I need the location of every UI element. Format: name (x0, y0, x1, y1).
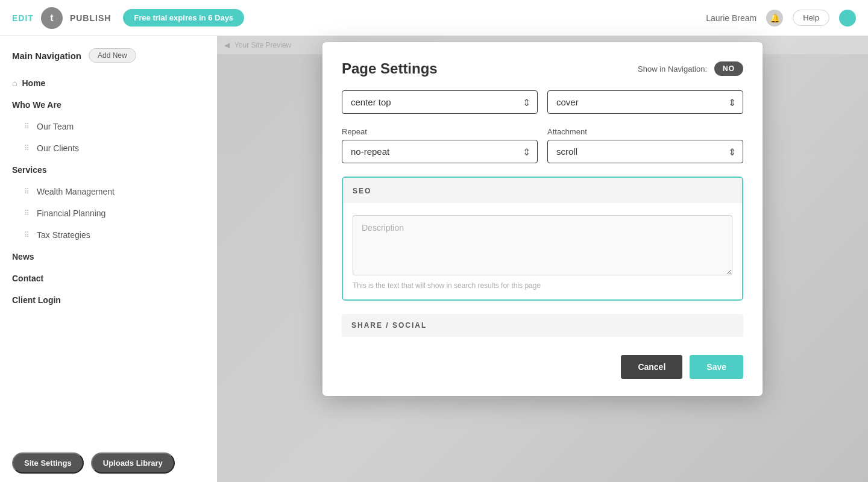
nav-label-services: Services (12, 165, 47, 175)
nav-label-news: News (12, 252, 34, 261)
seo-section: SEO This is the text that will show in s… (342, 177, 743, 301)
sidebar-item-our-team[interactable]: ⠿ Our Team (0, 116, 217, 137)
size-select[interactable]: cover contain auto (547, 90, 743, 114)
seo-section-header: SEO (343, 178, 742, 203)
notification-icon[interactable]: 🔔 (766, 10, 783, 27)
home-icon: ⌂ (12, 78, 17, 88)
nav-label-who-we-are: Who We Are (12, 100, 61, 110)
repeat-attachment-row: Repeat no-repeat repeat repeat-x repeat-… (342, 127, 743, 163)
nav-label-client-login: Client Login (12, 295, 61, 305)
sidebar-item-tax-strategies[interactable]: ⠿ Tax Strategies (0, 224, 217, 246)
drag-handle-icon: ⠿ (24, 209, 30, 218)
sidebar-item-who-we-are[interactable]: Who We Are (0, 94, 217, 116)
attachment-select[interactable]: scroll fixed (547, 140, 743, 163)
nav-label-our-team: Our Team (37, 122, 74, 131)
help-button[interactable]: Help (793, 10, 829, 26)
position-select-wrap: center top center center center bottom l… (342, 90, 538, 114)
sidebar-item-news[interactable]: News (0, 246, 217, 268)
drag-handle-icon: ⠿ (24, 231, 30, 239)
user-name: Laurie Bream (706, 13, 756, 23)
show-in-nav-toggle[interactable]: NO (714, 61, 743, 76)
drag-handle-icon: ⠿ (24, 144, 30, 152)
uploads-library-button[interactable]: Uploads Library (91, 452, 175, 474)
sidebar-item-our-clients[interactable]: ⠿ Our Clients (0, 137, 217, 159)
seo-section-body: This is the text that will show in searc… (343, 203, 742, 299)
share-social-label: SHARE / SOCIAL (342, 314, 743, 337)
share-social-section: SHARE / SOCIAL (342, 314, 743, 337)
cancel-button[interactable]: Cancel (621, 355, 682, 379)
save-button[interactable]: Save (690, 355, 743, 379)
nav-label-home: Home (22, 78, 45, 88)
repeat-select[interactable]: no-repeat repeat repeat-x repeat-y (342, 140, 538, 163)
repeat-label: Repeat (342, 127, 538, 136)
repeat-group: Repeat no-repeat repeat repeat-x repeat-… (342, 127, 538, 163)
sidebar-item-home[interactable]: ⌂ Home (0, 72, 217, 94)
main-navigation-title: Main Navigation (12, 51, 81, 61)
show-in-navigation-row: Show in Navigation: NO (638, 61, 743, 76)
modal-footer: Cancel Save (342, 355, 743, 379)
nav-label-contact: Contact (12, 274, 43, 283)
position-size-row: center top center center center bottom l… (342, 90, 743, 114)
page-settings-modal: Page Settings Show in Navigation: NO cen… (322, 42, 763, 396)
sidebar-bottom: Site Settings Uploads Library (0, 444, 217, 482)
sidebar-header: Main Navigation Add New (0, 48, 217, 72)
sidebar-item-financial-planning[interactable]: ⠿ Financial Planning (0, 202, 217, 224)
nav-label-our-clients: Our Clients (37, 143, 79, 153)
add-new-button[interactable]: Add New (89, 48, 136, 63)
top-bar: EDIT t PUBLISH Free trial expires in 6 D… (0, 0, 868, 36)
seo-description-textarea[interactable] (353, 215, 732, 275)
trial-banner: Free trial expires in 6 Days (123, 9, 244, 27)
show-in-nav-label: Show in Navigation: (638, 64, 707, 74)
nav-label-wealth-management: Wealth Management (37, 187, 115, 196)
top-bar-right: Laurie Bream 🔔 Help (706, 10, 856, 27)
drag-handle-icon: ⠿ (24, 122, 30, 131)
drag-handle-icon: ⠿ (24, 187, 30, 196)
nav-label-tax-strategies: Tax Strategies (37, 230, 90, 240)
modal-header: Page Settings Show in Navigation: NO (342, 60, 743, 77)
sidebar-item-wealth-management[interactable]: ⠿ Wealth Management (0, 181, 217, 202)
seo-description-hint: This is the text that will show in searc… (353, 281, 732, 290)
logo: t (41, 7, 63, 29)
publish-label[interactable]: PUBLISH (70, 13, 111, 23)
edit-label[interactable]: EDIT (12, 13, 34, 23)
sidebar-item-services[interactable]: Services (0, 159, 217, 181)
nav-label-financial-planning: Financial Planning (37, 208, 105, 218)
avatar[interactable] (839, 10, 856, 27)
attachment-select-wrap: scroll fixed ⇕ (547, 140, 743, 163)
sidebar-item-client-login[interactable]: Client Login (0, 289, 217, 311)
modal-title: Page Settings (342, 60, 438, 77)
attachment-label: Attachment (547, 127, 743, 136)
repeat-select-wrap: no-repeat repeat repeat-x repeat-y ⇕ (342, 140, 538, 163)
sidebar: Main Navigation Add New ⌂ Home Who We Ar… (0, 36, 217, 482)
sidebar-item-contact[interactable]: Contact (0, 268, 217, 289)
site-settings-button[interactable]: Site Settings (12, 452, 84, 474)
seo-label: SEO (353, 187, 371, 195)
position-select[interactable]: center top center center center bottom l… (342, 90, 538, 114)
size-select-wrap: cover contain auto ⇕ (547, 90, 743, 114)
modal-overlay: Page Settings Show in Navigation: NO cen… (217, 36, 868, 482)
attachment-group: Attachment scroll fixed ⇕ (547, 127, 743, 163)
